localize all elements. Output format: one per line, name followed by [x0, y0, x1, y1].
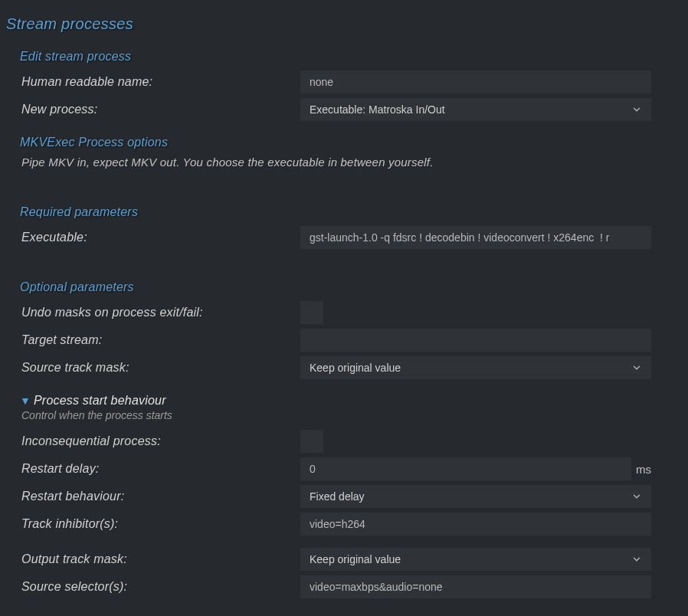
restart-delay-input[interactable] — [300, 457, 631, 480]
chevron-down-icon — [631, 362, 642, 373]
new-process-label: New process: — [20, 103, 300, 116]
process-start-title: Process start behaviour — [34, 394, 166, 408]
new-process-row: New process: Executable: Matroska In/Out — [20, 96, 682, 123]
chevron-down-icon — [631, 554, 642, 565]
required-title: Required parameters — [20, 201, 682, 224]
edit-stream-section: Edit stream process Human readable name:… — [6, 45, 682, 123]
restart-delay-suffix: ms — [636, 463, 651, 476]
inconsequential-row: Inconsequential process: — [20, 428, 682, 455]
output-track-mask-label: Output track mask: — [20, 552, 300, 566]
edit-stream-title: Edit stream process — [20, 45, 682, 68]
restart-behaviour-select[interactable]: Fixed delay — [300, 485, 651, 508]
optional-title: Optional parameters — [20, 276, 682, 299]
chevron-down-icon — [631, 104, 642, 115]
process-start-desc: Control when the process starts — [20, 408, 682, 428]
optional-section: Optional parameters Undo masks on proces… — [6, 276, 682, 601]
required-section: Required parameters Executable: — [6, 201, 682, 251]
source-selectors-row: Source selector(s): — [20, 573, 682, 601]
mkv-options-section: MKVExec Process options Pipe MKV in, exp… — [6, 131, 682, 176]
restart-delay-label: Restart delay: — [20, 462, 300, 476]
page-title: Stream processes — [6, 6, 682, 45]
inconsequential-label: Inconsequential process: — [20, 434, 300, 448]
output-track-mask-row: Output track mask: Keep original value — [20, 546, 682, 573]
new-process-value: Executable: Matroska In/Out — [310, 103, 445, 116]
inconsequential-checkbox[interactable] — [300, 430, 323, 453]
source-selectors-label: Source selector(s): — [20, 580, 300, 594]
name-row: Human readable name: — [20, 68, 682, 96]
restart-behaviour-value: Fixed delay — [310, 490, 365, 503]
source-selectors-input[interactable] — [300, 575, 651, 598]
target-stream-label: Target stream: — [20, 333, 300, 347]
source-track-mask-label: Source track mask: — [20, 361, 300, 375]
process-start-header[interactable]: ▼ Process start behaviour — [20, 389, 682, 408]
name-label: Human readable name: — [20, 75, 300, 89]
output-track-mask-value: Keep original value — [310, 553, 401, 565]
restart-behaviour-label: Restart behaviour: — [20, 490, 300, 503]
executable-label: Executable: — [20, 231, 300, 244]
mkv-options-title: MKVExec Process options — [20, 131, 682, 154]
source-track-mask-value: Keep original value — [310, 362, 401, 374]
restart-behaviour-row: Restart behaviour: Fixed delay — [20, 483, 682, 510]
triangle-down-icon: ▼ — [20, 395, 31, 407]
target-stream-input[interactable] — [300, 329, 651, 352]
restart-delay-row: Restart delay: ms — [20, 455, 682, 483]
undo-masks-label: Undo masks on process exit/fail: — [20, 306, 300, 319]
name-input[interactable] — [300, 70, 651, 93]
track-inhibitors-label: Track inhibitor(s): — [20, 517, 300, 531]
output-track-mask-select[interactable]: Keep original value — [300, 548, 651, 571]
target-stream-row: Target stream: — [20, 326, 682, 354]
undo-masks-checkbox[interactable] — [300, 301, 323, 324]
source-track-mask-select[interactable]: Keep original value — [300, 356, 651, 379]
chevron-down-icon — [631, 491, 642, 502]
undo-masks-row: Undo masks on process exit/fail: — [20, 299, 682, 326]
source-track-mask-row: Source track mask: Keep original value — [20, 354, 682, 382]
track-inhibitors-row: Track inhibitor(s): — [20, 510, 682, 538]
track-inhibitors-input[interactable] — [300, 513, 651, 536]
new-process-select[interactable]: Executable: Matroska In/Out — [300, 98, 651, 121]
executable-row: Executable: — [20, 224, 682, 251]
executable-input[interactable] — [300, 226, 651, 249]
mkv-options-desc: Pipe MKV in, expect MKV out. You choose … — [20, 154, 682, 176]
